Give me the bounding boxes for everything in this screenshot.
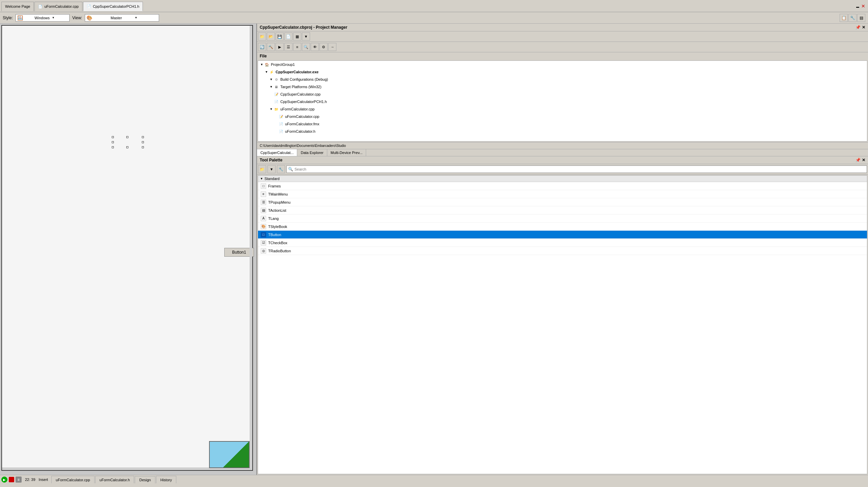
tp-close-icon[interactable]: ✕	[862, 158, 865, 162]
style-label: Style:	[3, 16, 13, 20]
pm-bottom-tabs: CppSuperCalculat... Data Explorer Multi-…	[257, 149, 868, 156]
palette-tmainmenu[interactable]: ≡ TMainMenu	[258, 190, 867, 198]
pm-list-btn[interactable]: ☰	[284, 43, 292, 51]
palette-tlang[interactable]: A TLang	[258, 214, 867, 223]
form-canvas[interactable]: Button1	[1, 25, 253, 471]
palette-tpopupmenu[interactable]: ☰ TPopupMenu	[258, 198, 867, 206]
pm-add-btn[interactable]: 📄	[284, 32, 292, 41]
bottom-tab-history[interactable]: History	[156, 476, 176, 483]
bottom-tab-uform-h[interactable]: uFormCalculator.h	[95, 476, 134, 483]
handle-tm[interactable]	[126, 136, 128, 138]
tp-search-box[interactable]: 🔍	[286, 165, 867, 173]
uform-folder-label: uFormCalculator.cpp	[280, 107, 315, 111]
pm-refresh-btn[interactable]: 🔄	[258, 43, 266, 51]
style-btn-3[interactable]: ▤	[857, 14, 865, 22]
tree-item-platforms[interactable]: ▼ 🖥 Target Platforms (Win32)	[258, 83, 867, 91]
pm-settings-btn[interactable]: ⚙	[320, 43, 328, 51]
tp-pin-icon[interactable]: 📌	[856, 158, 861, 162]
pm-filter-btn[interactable]: 🔍	[302, 43, 310, 51]
tree-item-uform-cpp[interactable]: 📝 uFormCalculator.cpp	[258, 113, 867, 120]
pm-arrow-btn[interactable]: →	[328, 43, 336, 51]
pm-list2-btn[interactable]: ≡	[293, 43, 301, 51]
pm-tab-project[interactable]: CppSuperCalculat...	[257, 149, 297, 156]
style-toolbar: Style: 🪟 Windows ▼ View: 🎨 Master ▼ 📋 🔧 …	[0, 12, 868, 24]
pm-run-btn[interactable]: ▶	[276, 43, 284, 51]
tree-item-build[interactable]: ▼ ⚙ Build Configurations (Debug)	[258, 76, 867, 83]
search-icon: 🔍	[288, 167, 293, 172]
handle-mr[interactable]	[142, 141, 144, 143]
pause-button[interactable]: ⏸	[16, 477, 22, 483]
pm-view-btn[interactable]: 👁	[311, 43, 319, 51]
exe-icon: ⚡	[269, 69, 274, 75]
tree-item-project[interactable]: ▼ 🏠 ProjectGroup1	[258, 61, 867, 68]
handle-bl[interactable]	[112, 146, 114, 148]
main-area: Button1 CppSuperCalculator.cbproj - Proj…	[0, 24, 868, 475]
style-dropdown-arrow: ▼	[52, 16, 68, 19]
close-icon[interactable]: ✕	[861, 3, 865, 9]
pm-save-btn[interactable]: 💾	[276, 32, 284, 41]
pm-tab-multi-device[interactable]: Multi-Device Prev...	[327, 149, 366, 156]
expand-uform-folder: ▼	[269, 107, 274, 111]
stop-button[interactable]	[9, 477, 14, 482]
pm-grid-btn[interactable]: ▦	[293, 32, 301, 41]
expand-uform-fmx	[274, 122, 278, 126]
handle-tl[interactable]	[112, 136, 114, 138]
tree-item-exe[interactable]: ▼ ⚡ CppSuperCalculator.exe	[258, 68, 867, 76]
pm-new-btn[interactable]: 📁	[258, 32, 266, 41]
tbutton-icon: □	[261, 232, 266, 237]
style-btn-1[interactable]: 📋	[840, 14, 848, 22]
tactionlist-label: TActionList	[268, 208, 286, 212]
style-btn-2[interactable]: 🔧	[848, 14, 857, 22]
cpp-main-label: CppSuperCalculator.cpp	[280, 92, 321, 96]
palette-tcheckbox[interactable]: ☑ TCheckBox	[258, 239, 867, 247]
tab-pch1-h[interactable]: 📄 CppSuperCalculatorPCH1.h	[83, 2, 143, 11]
canvas-button-label: Button1	[232, 250, 246, 255]
handle-tr[interactable]	[142, 136, 144, 138]
palette-tradiobutton[interactable]: ◎ TRadioButton	[258, 247, 867, 255]
build-label: Build Configurations (Debug)	[280, 77, 328, 81]
play-button[interactable]: ▶	[1, 477, 7, 483]
handle-bm[interactable]	[126, 146, 128, 148]
bottom-tab-uform-cpp[interactable]: uFormCalculator.cpp	[51, 476, 95, 483]
tstylebook-icon: 🎨	[261, 224, 266, 229]
tp-btn-1[interactable]: 📁	[258, 165, 266, 173]
tree-item-uform-h[interactable]: 📄 uFormCalculator.h	[258, 128, 867, 135]
style-select[interactable]: 🪟 Windows ▼	[16, 14, 70, 22]
tree-item-uform-fmx[interactable]: 📄 uFormCalculator.fmx	[258, 120, 867, 128]
palette-frames[interactable]: □ Frames	[258, 182, 867, 190]
handle-ml[interactable]	[112, 141, 114, 143]
pch1-icon: 📄	[274, 99, 279, 104]
tcheckbox-label: TCheckBox	[268, 241, 287, 245]
tab-bar: Welcome Page 📄 uFormCalculator.cpp 📄 Cpp…	[0, 0, 868, 12]
expand-uform-h	[274, 130, 278, 133]
tree-item-pch1[interactable]: 📄 CppSuperCalculatorPCH1.h	[258, 98, 867, 105]
tp-btn-3[interactable]: 🔧	[277, 165, 285, 173]
tree-item-uform-folder[interactable]: ▼ 📁 uFormCalculator.cpp	[258, 105, 867, 113]
bottom-tab-design[interactable]: Design	[135, 476, 155, 484]
pm-close-icon[interactable]: ✕	[862, 25, 865, 30]
view-select[interactable]: 🎨 Master ▼	[85, 14, 159, 22]
canvas-resize-right[interactable]	[250, 26, 252, 470]
preview-thumbnail	[209, 441, 250, 468]
palette-tactionlist[interactable]: ▤ TActionList	[258, 206, 867, 214]
pm-build-btn[interactable]: 🔨	[267, 43, 275, 51]
project-tree[interactable]: ▼ 🏠 ProjectGroup1 ▼ ⚡ CppSuperCalculator…	[258, 60, 867, 142]
tp-btn-2[interactable]: ▼	[267, 165, 276, 173]
pch1-label: CppSuperCalculatorPCH1.h	[280, 100, 327, 104]
tree-item-cpp-main[interactable]: 📝 CppSuperCalculator.cpp	[258, 91, 867, 98]
tab-welcome[interactable]: Welcome Page	[1, 2, 34, 11]
uform-cpp-label: uFormCalculator.cpp	[285, 114, 320, 119]
pm-open-btn[interactable]: 📂	[267, 32, 275, 41]
uform-h-label: uFormCalculator.h	[285, 129, 315, 133]
category-standard[interactable]: ▼ Standard	[258, 176, 867, 182]
pm-pin-icon[interactable]: 📌	[856, 25, 861, 30]
palette-tbutton[interactable]: □ TButton	[258, 231, 867, 239]
search-input[interactable]	[295, 167, 865, 171]
tab-uform-cpp[interactable]: 📄 uFormCalculator.cpp	[34, 2, 82, 11]
uform-cpp-icon: 📝	[278, 114, 284, 119]
pm-down-btn[interactable]: ▼	[302, 32, 310, 41]
pm-tab-data-explorer[interactable]: Data Explorer	[297, 149, 327, 156]
handle-br[interactable]	[142, 146, 144, 148]
palette-tstylebook[interactable]: 🎨 TStyleBook	[258, 223, 867, 231]
minimize-icon[interactable]: 🗕	[855, 3, 860, 9]
